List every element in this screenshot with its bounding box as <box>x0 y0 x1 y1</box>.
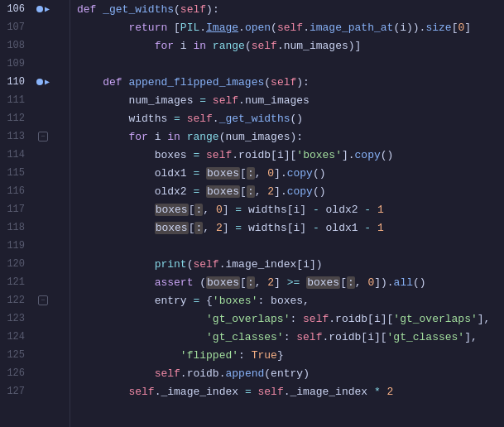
bracket14: ], <box>464 331 478 343</box>
code-line-108: for i in range(self.num_images)] <box>77 36 504 55</box>
gutter-row-127: 127 <box>0 382 70 401</box>
code-line-120: print(self.image_index[i]) <box>77 255 504 273</box>
i6: i <box>374 313 381 325</box>
paren10: ( <box>187 258 194 271</box>
indent18 <box>77 367 155 380</box>
line-number-112: 112 <box>0 113 31 124</box>
eq5: = <box>193 185 206 198</box>
boxes-key: 'boxes' <box>296 149 342 161</box>
debug-arrow-106: ▶ <box>45 4 50 14</box>
widths-var: widths <box>128 113 174 125</box>
indent9 <box>77 185 155 198</box>
paren11: ( <box>199 276 206 289</box>
brace2: } <box>277 349 284 362</box>
bracket13: ][ <box>374 331 387 343</box>
gutter-row-109: 109 <box>0 55 70 73</box>
indent6 <box>77 131 128 143</box>
eq2: = <box>174 113 187 125</box>
indent4 <box>77 94 128 107</box>
gutter-row-110: 110 ▶ <box>0 73 70 91</box>
copy3: copy <box>287 185 313 198</box>
line-number-115: 115 <box>0 167 31 179</box>
breakpoint-dot-106[interactable] <box>36 6 43 12</box>
eq3: = <box>193 149 206 161</box>
indent17 <box>77 349 180 362</box>
self11: self <box>155 367 180 380</box>
line-number-123: 123 <box>0 313 31 324</box>
gutter-icons-113[interactable]: − <box>31 132 55 142</box>
image-path-method: image_path_at <box>310 22 393 34</box>
gutter-icons-110[interactable]: ▶ <box>31 77 55 87</box>
i2: i <box>180 40 194 52</box>
line-number-107: 107 <box>0 22 31 33</box>
line-number-126: 126 <box>0 367 31 379</box>
self12: self <box>128 386 154 398</box>
fold-icon-122[interactable]: − <box>38 295 48 305</box>
indent <box>77 22 128 34</box>
gutter-icons-122[interactable]: − <box>31 295 55 305</box>
code-editor: 106 ▶ 107 108 109 110 ▶ <box>0 0 504 427</box>
bracket: [ <box>174 22 180 34</box>
keyword-for2: for <box>128 131 154 143</box>
minus1: - <box>313 204 319 216</box>
line-number-121: 121 <box>0 276 31 288</box>
gutter-row-117: 117 <box>0 200 70 218</box>
colon4: : <box>238 349 252 362</box>
mul: * <box>374 386 387 398</box>
dot4: . <box>277 40 284 52</box>
indent14 <box>77 295 155 307</box>
line-gutter: 106 ▶ 107 108 109 110 ▶ <box>0 0 70 427</box>
breakpoint-dot-110[interactable] <box>36 79 43 85</box>
indent11 <box>77 222 155 234</box>
gutter-row-119: 119 <box>0 237 70 255</box>
self6: self <box>187 113 213 125</box>
gutter-row-106: 106 ▶ <box>0 0 70 18</box>
self9: self <box>303 313 329 325</box>
gutter-row-121: 121 <box>0 273 70 291</box>
dot2: . <box>238 22 245 34</box>
entry-ref: entry <box>271 367 303 380</box>
roidb2: roidb <box>335 313 367 325</box>
indent12 <box>77 258 155 271</box>
call8: () <box>413 276 426 289</box>
two2: 2 <box>216 222 223 234</box>
zero2: 0 <box>267 167 274 180</box>
indent19 <box>77 386 128 398</box>
line-number-119: 119 <box>0 240 31 252</box>
code-line-110: def append_flipped_images(self): <box>77 73 504 91</box>
indent2 <box>77 40 155 52</box>
minus2: - <box>364 204 371 216</box>
i7: i <box>367 331 374 343</box>
paren12: ( <box>264 367 271 380</box>
boxes-assign2: boxes[:, 2] <box>155 222 236 234</box>
code-line-111: num_images = self.num_images <box>77 91 504 109</box>
self13: self <box>257 386 283 398</box>
two4: 2 <box>387 386 394 398</box>
code-line-121: assert (boxes[:, 2] >= boxes[:, 0]).all(… <box>77 273 504 291</box>
call7: () <box>313 185 326 198</box>
paren: ( <box>174 3 180 16</box>
gutter-row-107: 107 <box>0 18 70 36</box>
eq8: = <box>193 295 206 307</box>
gutter-row-120: 120 <box>0 255 70 273</box>
paren-close: ): <box>206 3 219 16</box>
num-images: num_images <box>284 40 348 52</box>
colon3: : <box>284 331 297 343</box>
i5: i <box>303 258 310 271</box>
indent16 <box>77 331 206 343</box>
boxes-slice4: boxes[:, 0]). <box>306 276 393 289</box>
line-number-118: 118 <box>0 222 31 233</box>
code-line-116: oldx2 = boxes[:, 2].copy() <box>77 182 504 200</box>
num-images-var: num_images <box>128 94 199 107</box>
gutter-icons-106[interactable]: ▶ <box>31 4 55 14</box>
indent3 <box>77 76 103 89</box>
widths-i: widths[i] <box>248 204 313 216</box>
gt-overlaps-key: 'gt_overlaps' <box>206 313 290 325</box>
fold-icon-113[interactable]: − <box>38 132 48 142</box>
line-number-114: 114 <box>0 149 31 161</box>
gutter-row-108: 108 <box>0 36 70 55</box>
size-attr: size <box>425 22 451 34</box>
widths-i2: widths[i] <box>248 222 313 234</box>
dot11: . <box>180 367 187 380</box>
line-number-113: 113 <box>0 131 31 142</box>
